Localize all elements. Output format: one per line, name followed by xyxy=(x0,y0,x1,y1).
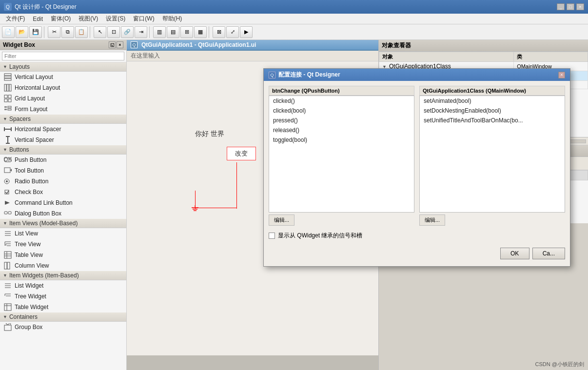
table-widget-label: Table Widget xyxy=(15,304,48,311)
section-item-widgets[interactable]: ▼ Item Widgets (Item-Based) xyxy=(0,271,126,280)
item-horizontal-spacer[interactable]: Horizontal Spacer xyxy=(0,124,126,135)
signal-clicked[interactable]: clicked() xyxy=(269,96,414,106)
menu-window[interactable]: 窗口(W) xyxy=(129,14,158,24)
widget-box-close-btn[interactable]: × xyxy=(117,41,123,48)
modal-checkbox-row: 显示从 QWidget 继承的信号和槽 xyxy=(269,230,565,242)
modal-checkbox-label: 显示从 QWidget 继承的信号和槽 xyxy=(278,232,362,240)
minimize-btn[interactable]: _ xyxy=(557,3,565,10)
canvas-change-button[interactable]: 改变 xyxy=(227,147,256,160)
signal-toggled[interactable]: toggled(bool) xyxy=(269,135,414,145)
item-check-box[interactable]: Check Box xyxy=(0,187,126,197)
menu-help[interactable]: 帮助(H) xyxy=(158,14,186,24)
modal-edit-slot-btn[interactable]: 编辑... xyxy=(419,214,445,226)
item-form-layout[interactable]: Form Layout xyxy=(0,104,126,115)
item-group-box[interactable]: Grp Group Box xyxy=(0,322,126,332)
modal-dialog[interactable]: Q 配置连接 - Qt Designer × btnChange (QPushB… xyxy=(263,68,570,267)
slot-set-animated[interactable]: setAnimated(bool) xyxy=(420,96,565,106)
filter-bar xyxy=(0,50,126,62)
section-containers[interactable]: ▼ Containers xyxy=(0,312,126,322)
toolbar-copy[interactable]: ⧉ xyxy=(61,26,74,38)
list-widget-icon xyxy=(4,282,12,290)
signal-pressed[interactable]: pressed() xyxy=(269,116,414,125)
toolbar-adjust[interactable]: ⤢ xyxy=(226,26,239,38)
toolbar-hlayout[interactable]: ▥ xyxy=(153,26,166,38)
menu-settings[interactable]: 设置(S) xyxy=(102,14,129,24)
item-table-widget[interactable]: Table Widget xyxy=(0,302,126,312)
item-views-arrow: ▼ xyxy=(3,221,7,226)
item-vertical-spacer[interactable]: Vertical Spacer xyxy=(0,135,126,145)
menu-file[interactable]: 文件(F) xyxy=(2,14,29,24)
modal-cancel-btn[interactable]: Ca... xyxy=(532,248,565,259)
close-btn[interactable]: × xyxy=(576,3,584,10)
spacers-label: Spacers xyxy=(9,116,31,122)
modal-slot-list[interactable]: setAnimated(bool) setDockNestingEnabled(… xyxy=(419,96,565,213)
item-grid-layout[interactable]: Grid Layout xyxy=(0,93,126,104)
toolbar-vlayout[interactable]: ▤ xyxy=(167,26,179,38)
item-column-view[interactable]: Column View xyxy=(0,260,126,271)
item-radio-button[interactable]: Radio Button xyxy=(0,176,126,187)
menu-edit[interactable]: Edit xyxy=(29,15,47,23)
item-tree-view[interactable]: Tree View xyxy=(0,239,126,250)
connection-line-v1 xyxy=(236,162,237,209)
menu-form[interactable]: 窗体(O) xyxy=(47,14,75,24)
slot-set-unified-title[interactable]: setUnifiedTitleAndToolBarOnMac(bo... xyxy=(420,116,565,125)
svg-rect-10 xyxy=(4,106,7,108)
check-box-label: Check Box xyxy=(15,189,43,195)
maximize-btn[interactable]: □ xyxy=(567,3,574,10)
filter-input[interactable] xyxy=(2,52,124,60)
signal-released[interactable]: released() xyxy=(269,125,414,135)
toolbar-widget[interactable]: ⊡ xyxy=(107,26,120,38)
slot-set-dock-nesting[interactable]: setDockNestingEnabled(bool) xyxy=(420,106,565,116)
toolbar-open[interactable]: 📂 xyxy=(16,26,28,38)
push-button-icon: OK xyxy=(4,156,12,164)
item-push-button[interactable]: OK Push Button xyxy=(0,155,126,165)
signal-clicked-bool[interactable]: clicked(bool) xyxy=(269,106,414,116)
modal-close-btn[interactable]: × xyxy=(558,72,565,78)
toolbar-select[interactable]: ↖ xyxy=(94,26,106,38)
list-widget-label: List Widget xyxy=(15,282,43,289)
widget-box-float-btn[interactable]: ◱ xyxy=(109,41,116,48)
svg-rect-42 xyxy=(4,262,7,269)
modal-checkbox[interactable] xyxy=(269,233,275,239)
toolbar-paste[interactable]: 📋 xyxy=(75,26,88,38)
item-vertical-layout[interactable]: Vertical Layout xyxy=(0,72,126,82)
column-view-label: Column View xyxy=(15,262,49,269)
modal-signal-list[interactable]: clicked() clicked(bool) pressed() releas… xyxy=(269,96,414,213)
item-list-widget[interactable]: List Widget xyxy=(0,280,126,291)
item-dialog-button-box[interactable]: Dialog Button Box xyxy=(0,208,126,219)
toolbar-flayout[interactable]: ▦ xyxy=(194,26,207,38)
toolbar-new[interactable]: 📄 xyxy=(2,26,15,38)
section-layouts[interactable]: ▼ Layouts xyxy=(0,62,126,72)
toolbar-break[interactable]: ⊠ xyxy=(213,26,225,38)
item-horizontal-layout[interactable]: Horizontal Layout xyxy=(0,82,126,93)
section-buttons[interactable]: ▼ Buttons xyxy=(0,145,126,155)
toolbar-tab[interactable]: ⇥ xyxy=(135,26,147,38)
list-view-label: List View xyxy=(15,230,38,237)
modal-edit-signal-btn[interactable]: 编辑... xyxy=(269,214,294,226)
widget-box-title: Widget Box xyxy=(3,41,35,48)
horizontal-spacer-label: Horizontal Spacer xyxy=(15,126,61,133)
toolbar-preview[interactable]: ▶ xyxy=(240,26,253,38)
section-spacers[interactable]: ▼ Spacers xyxy=(0,115,126,124)
toolbar-glayout[interactable]: ⊞ xyxy=(180,26,193,38)
canvas-hello-text: 你好 世界 xyxy=(195,130,224,138)
item-command-link-button[interactable]: Command Link Button xyxy=(0,197,126,208)
toolbar-cut[interactable]: ✂ xyxy=(48,26,60,38)
item-tool-button[interactable]: Tool Button xyxy=(0,165,126,176)
modal-left-col: btnChange (QPushButton) clicked() clicke… xyxy=(269,86,414,226)
section-item-views[interactable]: ▼ Item Views (Model-Based) xyxy=(0,219,126,228)
menu-view[interactable]: 视图(V) xyxy=(75,14,102,24)
ground-symbol xyxy=(191,205,199,214)
connection-line-h xyxy=(195,208,236,208)
item-table-view[interactable]: Table View xyxy=(0,250,126,260)
dialog-button-box-label: Dialog Button Box xyxy=(15,210,61,217)
item-list-view[interactable]: List View xyxy=(0,228,126,239)
modal-body: btnChange (QPushButton) clicked() clicke… xyxy=(264,81,570,266)
item-tree-widget[interactable]: Tree Widget xyxy=(0,291,126,302)
modal-ok-btn[interactable]: OK xyxy=(500,248,529,259)
toolbar-connect[interactable]: 🔗 xyxy=(121,26,134,38)
toolbar-save[interactable]: 💾 xyxy=(29,26,42,38)
table-widget-icon xyxy=(4,303,12,311)
modal-col-headers: btnChange (QPushButton) clicked() clicke… xyxy=(269,86,565,226)
horizontal-spacer-icon xyxy=(4,125,12,133)
